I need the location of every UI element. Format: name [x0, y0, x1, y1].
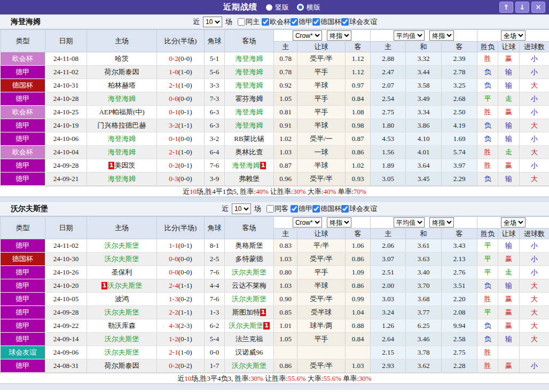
team-name-header: 沃尔夫斯堡: [11, 204, 48, 214]
corners: 4-4: [205, 279, 225, 293]
league-filter-欧会杯[interactable]: 欧会杯: [262, 17, 291, 27]
home-team: 沃尔夫斯堡: [87, 253, 157, 266]
odds-stage-select[interactable]: 终指: [327, 217, 351, 228]
team-name: 法兰克福: [236, 335, 263, 343]
match-date: 24-10-31: [45, 79, 87, 92]
avg-draw-odds: 3.61: [406, 239, 442, 253]
fulltime-score: 0-2: [169, 54, 178, 62]
result-handicap: 走: [498, 92, 520, 106]
team-name: 沃尔夫斯堡: [107, 281, 142, 289]
match-score: 2-1(1-0): [157, 79, 205, 92]
scope-select[interactable]: 全场: [501, 217, 526, 228]
team-name: 沃尔夫斯堡: [105, 255, 139, 263]
team-name: 哈茨: [115, 54, 129, 62]
horizontal-layout-radio-icon[interactable]: [297, 4, 304, 11]
crow-home-odds: 1.05: [274, 333, 297, 346]
league-badge: 德甲: [1, 159, 45, 173]
league-filter-checkbox[interactable]: [262, 18, 269, 26]
same-side-filter[interactable]: 同客: [266, 204, 288, 214]
average-dropdown-cell: 平均值 终指: [371, 30, 477, 42]
vertical-layout-radio-icon[interactable]: [266, 4, 272, 11]
match-date: 24-09-22: [45, 319, 87, 333]
average-stage-select[interactable]: 终指: [429, 30, 454, 41]
league-filter-德甲[interactable]: 德甲: [291, 204, 312, 214]
vertical-layout-radio-label[interactable]: 竖版: [275, 3, 289, 12]
away-team: 沃尔夫斯堡1: [225, 319, 274, 333]
league-filter-德国杯[interactable]: 德国杯: [312, 204, 341, 214]
fulltime-score: 0-1: [169, 108, 178, 116]
corners: 1-7: [205, 359, 225, 373]
away-team: 法兰克福: [225, 333, 274, 346]
league-filter-checkbox[interactable]: [291, 205, 298, 213]
matches-table: 类型 日期 主场 比分(半场) 角球 客场 Crow* 终指 平均值 终指 全场: [0, 216, 549, 373]
halftime-score: (1-0): [178, 148, 192, 156]
crow-home-odds: 0.87: [274, 159, 297, 173]
league-filter-德甲[interactable]: 德甲: [291, 17, 312, 27]
crow-away-odds: 0.86: [346, 253, 371, 266]
league-filter-德国杯[interactable]: 德国杯: [312, 17, 341, 27]
games-count-select[interactable]: 10: [203, 17, 222, 27]
result-goals: 小: [520, 92, 549, 106]
odds-company-select[interactable]: Crow*: [293, 30, 322, 41]
close-button[interactable]: ✕: [531, 2, 545, 13]
average-select[interactable]: 平均值: [394, 217, 425, 228]
same-side-checkbox[interactable]: [238, 18, 245, 26]
league-badge: 德甲: [1, 173, 45, 186]
horizontal-layout-radio-label[interactable]: 横版: [307, 3, 320, 12]
scope-select[interactable]: 全场: [501, 30, 526, 41]
crow-away-odds: 0.98: [346, 119, 371, 132]
summary-part: 30%: [250, 374, 263, 382]
halftime-score: (1-0): [178, 68, 192, 76]
move-down-button[interactable]: ↓: [515, 2, 529, 13]
fulltime-score: 2-1: [169, 348, 178, 356]
team-name: 斯图加特: [232, 308, 260, 316]
halftime-score: (1-0): [178, 81, 192, 89]
move-up-button[interactable]: ↑: [499, 2, 513, 13]
away-team: 沃尔夫斯堡: [225, 293, 274, 306]
avg-away-odds: 2.68: [442, 92, 477, 106]
red-card-badge: 1: [260, 309, 266, 316]
col-header-type: 类型: [1, 217, 45, 239]
average-stage-select[interactable]: 终指: [429, 217, 454, 228]
team-section-wolfsburg: 沃尔夫斯堡 近 10 场 同客 德甲德国杯球会友谊 类型 日期 主场 比分(半场…: [0, 201, 549, 383]
match-date: 24-10-20: [45, 279, 87, 293]
crow-away-odds: 1.09: [346, 266, 371, 279]
odds-stage-select[interactable]: 终指: [327, 30, 351, 41]
odds-company-select[interactable]: Crow*: [293, 217, 322, 228]
league-filter-checkbox[interactable]: [312, 18, 320, 26]
result-wdl: 胜: [477, 346, 498, 359]
average-select[interactable]: 平均值: [394, 30, 425, 41]
avg-draw-odds: 3.64: [406, 159, 442, 173]
result-wdl: 平: [477, 306, 498, 319]
league-filter-checkbox[interactable]: [341, 205, 349, 213]
league-filter-checkbox[interactable]: [312, 205, 320, 213]
avg-home-odds: 2.51: [371, 266, 406, 279]
league-filter-球会友谊[interactable]: 球会友谊: [341, 204, 377, 214]
match-date: 24-10-25: [45, 106, 87, 119]
match-row: 德甲24-11-02沃尔夫斯堡1-1(0-1)8-1奥格斯堡0.83平/半1.0…: [1, 239, 549, 253]
away-team: 斯图加特1: [225, 306, 274, 319]
col-header-crow-home: 主: [274, 229, 297, 239]
league-filter-checkbox[interactable]: [341, 18, 349, 26]
corners: 0-0: [205, 346, 225, 359]
league-badge: 德甲: [1, 132, 45, 146]
result-handicap: 输: [498, 333, 520, 346]
fulltime-score: 0-0: [169, 255, 178, 263]
handicap-line: 球半/两: [297, 319, 346, 333]
avg-away-odds: 4.19: [442, 119, 477, 132]
games-count-select[interactable]: 10: [232, 203, 251, 214]
crow-home-odds: 1.03: [274, 253, 297, 266]
match-date: 24-09-06: [45, 346, 87, 359]
same-side-checkbox[interactable]: [266, 205, 274, 213]
same-side-filter[interactable]: 同主: [238, 17, 260, 27]
league-filter-checkbox[interactable]: [291, 18, 298, 26]
fulltime-score: 2-1: [169, 81, 178, 89]
team-name: 沃尔夫斯堡: [232, 268, 266, 276]
team-name: 海登海姆: [108, 148, 136, 156]
match-date: 24-09-28: [45, 306, 87, 319]
league-filter-球会友谊[interactable]: 球会友谊: [341, 17, 377, 27]
result-wdl: 负: [477, 79, 498, 92]
team-name: 海登海姆: [232, 161, 260, 169]
avg-draw-odds: 6.25: [406, 319, 442, 333]
team-name: 海登海姆: [236, 121, 263, 129]
